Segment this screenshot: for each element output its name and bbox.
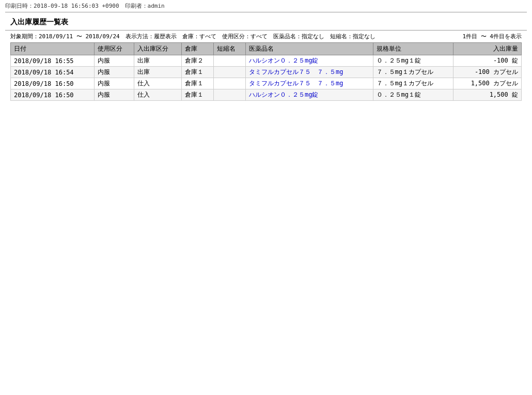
table-header: 日付 使用区分 入出庫区分 倉庫 短縮名 医薬品名 規格単位 入出庫量 (11, 43, 522, 55)
cell-warehouse: 倉庫１ (182, 67, 214, 78)
col-medicine: 医薬品名 (245, 43, 373, 55)
cell-inout: 出庫 (134, 55, 182, 67)
print-header: 印刷日時：2018-09-18 16:56:03 +0900 印刷者：admin (0, 0, 532, 12)
inventory-table: 日付 使用区分 入出庫区分 倉庫 短縮名 医薬品名 規格単位 入出庫量 2018… (10, 42, 522, 101)
cell-short_name (214, 55, 246, 67)
medicine-link[interactable]: タミフルカプセル７５ ７．５mg (249, 80, 343, 87)
cell-date: 2018/09/18 16:54 (11, 67, 95, 78)
print-user-label: 印刷者： (119, 3, 148, 9)
cell-inout: 仕入 (134, 89, 182, 101)
cell-usage: 内服 (95, 55, 134, 67)
cell-spec: ０．２５mg１錠 (373, 55, 453, 67)
cell-spec: ０．２５mg１錠 (373, 89, 453, 101)
cell-usage: 内服 (95, 67, 134, 78)
table-row: 2018/09/18 16:50内服仕入倉庫１タミフルカプセル７５ ７．５mg７… (11, 78, 522, 89)
col-usage: 使用区分 (95, 43, 134, 55)
medicine-link[interactable]: タミフルカプセル７５ ７．５mg (249, 68, 343, 75)
table-header-row: 日付 使用区分 入出庫区分 倉庫 短縮名 医薬品名 規格単位 入出庫量 (11, 43, 522, 55)
table-row: 2018/09/18 16:54内服出庫倉庫１タミフルカプセル７５ ７．５mg７… (11, 67, 522, 78)
col-inout: 入出庫区分 (134, 43, 182, 55)
cell-warehouse: 倉庫１ (182, 89, 214, 101)
cell-inout: 出庫 (134, 67, 182, 78)
cell-warehouse: 倉庫２ (182, 55, 214, 67)
cell-usage: 内服 (95, 78, 134, 89)
cell-date: 2018/09/18 16:50 (11, 89, 95, 101)
cell-medicine[interactable]: ハルシオン０．２５mg錠 (245, 55, 373, 67)
page-title: 入出庫履歴一覧表 (0, 12, 532, 30)
table-row: 2018/09/18 16:55内服出庫倉庫２ハルシオン０．２５mg錠０．２５m… (11, 55, 522, 67)
cell-usage: 内服 (95, 89, 134, 101)
cell-warehouse: 倉庫１ (182, 78, 214, 89)
table-row: 2018/09/18 16:50内服仕入倉庫１ハルシオン０．２５mg錠０．２５m… (11, 89, 522, 101)
cell-date: 2018/09/18 16:50 (11, 78, 95, 89)
cell-quantity: -100 錠 (453, 55, 522, 67)
cell-medicine[interactable]: タミフルカプセル７５ ７．５mg (245, 78, 373, 89)
cell-quantity: 1,500 錠 (453, 89, 522, 101)
cell-medicine[interactable]: タミフルカプセル７５ ７．５mg (245, 67, 373, 78)
cell-quantity: 1,500 カプセル (453, 78, 522, 89)
cell-short_name (214, 89, 246, 101)
cell-short_name (214, 67, 246, 78)
col-warehouse: 倉庫 (182, 43, 214, 55)
col-spec: 規格単位 (373, 43, 453, 55)
print-datetime-label: 印刷日時： (5, 3, 34, 9)
cell-spec: ７．５mg１カプセル (373, 78, 453, 89)
col-short-name: 短縮名 (214, 43, 246, 55)
cell-date: 2018/09/18 16:55 (11, 55, 95, 67)
medicine-link[interactable]: ハルシオン０．２５mg錠 (249, 57, 318, 64)
cell-quantity: -100 カプセル (453, 67, 522, 78)
table-body: 2018/09/18 16:55内服出庫倉庫２ハルシオン０．２５mg錠０．２５m… (11, 55, 522, 101)
pagination-text: 1件目 〜 4件目を表示 (463, 33, 522, 40)
cell-short_name (214, 78, 246, 89)
filter-text: 対象期間：2018/09/11 〜 2018/09/24 表示方法：履歴表示 倉… (10, 33, 463, 40)
cell-spec: ７．５mg１カプセル (373, 67, 453, 78)
filter-bar: 対象期間：2018/09/11 〜 2018/09/24 表示方法：履歴表示 倉… (0, 31, 532, 42)
col-quantity: 入出庫量 (453, 43, 522, 55)
print-user: admin (148, 3, 165, 9)
medicine-link[interactable]: ハルシオン０．２５mg錠 (249, 91, 318, 98)
cell-inout: 仕入 (134, 78, 182, 89)
cell-medicine[interactable]: ハルシオン０．２５mg錠 (245, 89, 373, 101)
print-datetime: 2018-09-18 16:56:03 +0900 (34, 3, 119, 9)
col-date: 日付 (11, 43, 95, 55)
